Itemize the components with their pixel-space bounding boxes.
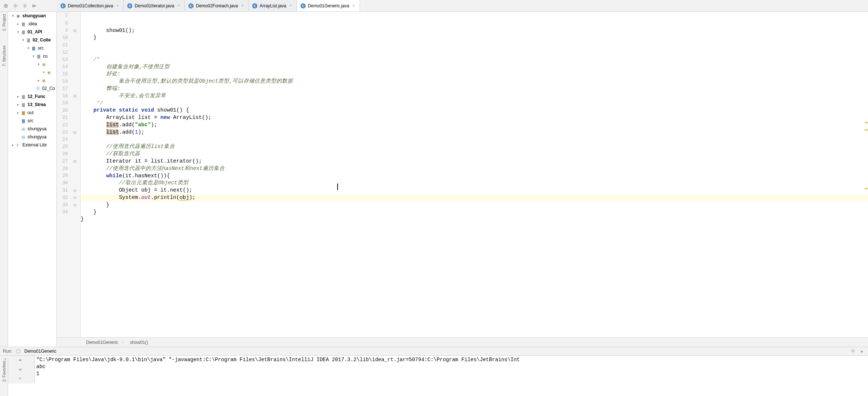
code-editor[interactable]: 789⊟101112131415161718⊟1920212223⊟242526…: [57, 12, 868, 337]
code-line[interactable]: private static void show01() {: [81, 107, 868, 114]
code-line[interactable]: */: [81, 100, 868, 107]
code-line[interactable]: //使用迭代器遍历list集合: [81, 143, 868, 150]
fold-icon[interactable]: ⊟: [69, 94, 80, 98]
java-class-icon: C: [127, 3, 132, 8]
line-number: 15: [57, 72, 68, 77]
tree-node[interactable]: ▸▣: [8, 76, 56, 84]
file-tab[interactable]: CArrayList.java×: [249, 0, 297, 11]
fold-icon[interactable]: ⊟: [69, 159, 80, 163]
expand-arrow-icon[interactable]: ▾: [26, 46, 31, 50]
code-line[interactable]: while(it.hasNext()){: [81, 172, 868, 180]
error-stripe[interactable]: [864, 12, 868, 337]
run-more-icon-2[interactable]: »: [17, 375, 23, 381]
expand-arrow-icon[interactable]: ▾: [31, 54, 36, 58]
tree-node[interactable]: ▸▇out: [8, 109, 56, 117]
tree-node[interactable]: ▾▇co: [8, 52, 56, 60]
expand-arrow-icon[interactable]: ▾: [15, 30, 21, 34]
run-settings-icon[interactable]: [850, 348, 856, 355]
expand-arrow-icon[interactable]: ▾: [41, 70, 46, 74]
hide-icon[interactable]: [32, 3, 37, 9]
expand-arrow-icon[interactable]: ▸: [15, 95, 21, 98]
tree-node[interactable]: ▾▇src: [8, 44, 56, 52]
code-line[interactable]: 创建集合对象,不使用泛型: [81, 63, 868, 71]
project-tool-tab[interactable]: 1: Project: [2, 14, 6, 31]
structure-tool-tab[interactable]: 7: Structure: [2, 46, 6, 66]
console-output[interactable]: "C:\Program Files\Java\jdk-9.0.1\bin\jav…: [35, 356, 868, 384]
code-line[interactable]: [81, 41, 868, 49]
code-line[interactable]: }: [81, 216, 868, 223]
code-line[interactable]: 集合不使用泛型,默认的类型就是Object类型,可以存储任意类型的数据: [81, 78, 868, 85]
file-tab[interactable]: CDemo01Generic.java×: [297, 0, 360, 11]
code-line[interactable]: show01();: [81, 27, 868, 34]
code-line[interactable]: Iterator it = list.iterator();: [81, 158, 868, 165]
expand-arrow-icon[interactable]: ▾: [10, 14, 15, 18]
code-line[interactable]: //取出元素也是Object类型: [81, 179, 868, 187]
close-icon[interactable]: ×: [352, 4, 356, 8]
expand-arrow-icon[interactable]: ▸: [10, 143, 15, 147]
tree-node[interactable]: ▸▇13_Strea: [8, 101, 56, 109]
code-line[interactable]: list.add(1);: [81, 129, 868, 136]
target-icon[interactable]: [12, 3, 18, 9]
tree-node[interactable]: ▾▣: [8, 68, 56, 76]
expand-arrow-icon[interactable]: ▸: [15, 111, 21, 115]
code-line[interactable]: [81, 136, 868, 143]
code-line[interactable]: }: [81, 34, 868, 41]
tree-node[interactable]: ▾▣shungyuan: [8, 12, 56, 20]
expand-arrow-icon[interactable]: ▸: [15, 22, 21, 26]
gear-icon[interactable]: [22, 3, 28, 9]
editor-toolbar: [0, 0, 57, 11]
fold-icon[interactable]: ⊖: [69, 189, 80, 193]
tree-node[interactable]: ▾▣: [8, 60, 56, 68]
tree-node[interactable]: ▸▇12_Func: [8, 92, 56, 101]
run-config-name[interactable]: Demo01Generic: [24, 349, 56, 354]
close-icon[interactable]: ×: [176, 4, 181, 8]
file-tab[interactable]: CDemo02Foreach.java×: [185, 0, 249, 11]
tree-node[interactable]: ▤shungyua: [8, 125, 56, 133]
code-line[interactable]: 弊端:: [81, 85, 868, 92]
code-line[interactable]: Object obj = it.next();: [81, 187, 868, 194]
code-line[interactable]: 好处:: [81, 70, 868, 78]
tree-node[interactable]: ▤shungyua: [8, 133, 56, 141]
close-icon[interactable]: ×: [240, 4, 244, 8]
fold-icon[interactable]: ⊖: [69, 196, 80, 200]
run-hide-icon[interactable]: ▸: [859, 348, 865, 354]
code-line[interactable]: //使用迭代器中的方法hasNext和next遍历集合: [81, 165, 868, 172]
breadcrumb-method[interactable]: show01(): [130, 340, 148, 345]
project-tree[interactable]: ▾▣shungyuan▸▇.idea▾▇01_API▾▇02_Colle▾▇sr…: [8, 12, 57, 347]
code-line[interactable]: }: [81, 209, 868, 216]
code-line[interactable]: }: [81, 201, 868, 209]
close-icon[interactable]: ×: [288, 4, 293, 8]
expand-arrow-icon[interactable]: ▾: [36, 62, 41, 66]
code-line[interactable]: System.out.println(obj);: [81, 194, 868, 201]
up-stack-icon[interactable]: [17, 357, 23, 364]
code-line[interactable]: [81, 49, 868, 56]
down-stack-icon[interactable]: [17, 366, 23, 373]
fold-icon[interactable]: ⊟: [69, 29, 80, 33]
tree-node[interactable]: ▸▇.idea: [8, 20, 56, 28]
collapse-all-icon[interactable]: [3, 3, 9, 9]
breadcrumb-class[interactable]: Demo01Generic: [86, 340, 118, 345]
tree-node[interactable]: ▇src: [8, 117, 56, 125]
line-number: 8: [57, 21, 68, 26]
code-line[interactable]: ArrayList list = new ArrayList();: [81, 114, 868, 121]
favorites-tool-tab[interactable]: 2: Favorites: [2, 361, 6, 382]
expand-arrow-icon[interactable]: ▸: [36, 79, 41, 82]
code-line[interactable]: [81, 223, 868, 230]
code-line[interactable]: //获取迭代器: [81, 150, 868, 158]
expand-arrow-icon[interactable]: ▾: [21, 38, 26, 42]
fold-icon[interactable]: ⊖: [69, 203, 80, 207]
expand-arrow-icon[interactable]: ▸: [15, 103, 21, 106]
code-line[interactable]: /*: [81, 56, 868, 63]
code-line[interactable]: list.add("abc");: [81, 121, 868, 129]
file-tab[interactable]: CDemo01Iterator.java×: [124, 0, 185, 11]
tree-node[interactable]: ▾▇02_Colle: [8, 36, 56, 44]
tree-node[interactable]: Ⓒ02_Co: [8, 84, 56, 92]
tree-node[interactable]: ▾▇01_API: [8, 28, 56, 36]
code-body[interactable]: show01(); } /* 创建集合对象,不使用泛型 好处: 集合不使用泛型,…: [81, 12, 868, 337]
tree-node[interactable]: ▸⊪External Libr: [8, 141, 56, 149]
code-line[interactable]: 不安全,会引发异常: [81, 92, 868, 100]
fold-icon[interactable]: ⊟: [69, 130, 80, 134]
text-caret: [337, 184, 338, 190]
close-icon[interactable]: ×: [115, 4, 119, 8]
file-tab[interactable]: CDemo01Collection.java×: [57, 0, 124, 11]
